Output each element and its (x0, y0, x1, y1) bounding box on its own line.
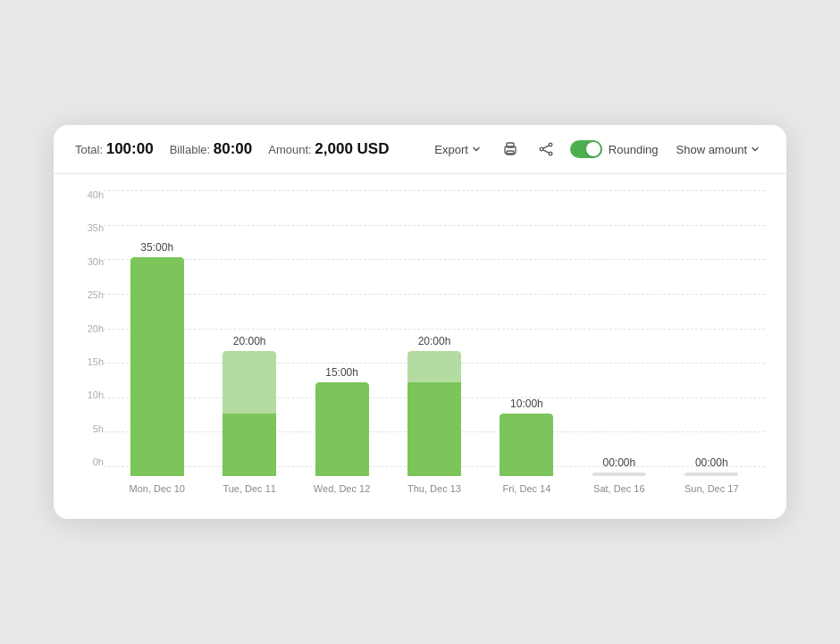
bar-wrapper (407, 351, 461, 476)
y-axis-label: 30h (75, 257, 104, 267)
x-axis-label: Tue, Dec 11 (203, 480, 295, 494)
bar-billable (407, 382, 461, 476)
y-axis-label: 25h (75, 290, 104, 300)
y-axis-label: 40h (75, 190, 104, 200)
bar-group: 00:00h (573, 190, 665, 476)
bar-outer (315, 382, 369, 476)
svg-line-6 (543, 146, 550, 148)
bars-row: 35:00h20:00h15:00h20:00h10:00h00:00h00:0… (104, 190, 765, 476)
export-label: Export (434, 143, 468, 156)
svg-line-7 (543, 150, 550, 153)
bar-group: 20:00h (388, 190, 480, 476)
bar-wrapper (130, 257, 184, 476)
chart-area: 0h5h10h15h20h25h30h35h40h 35:00h20:00h15… (54, 174, 786, 494)
amount-value: 2,000 USD (315, 140, 389, 157)
bar-billable (315, 382, 369, 476)
amount-stat: Amount: 2,000 USD (268, 140, 389, 158)
print-icon (502, 141, 518, 157)
main-card: Total: 100:00 Billable: 80:00 Amount: 2,… (54, 125, 786, 519)
bar-empty (592, 473, 646, 476)
chevron-down-icon-2 (751, 145, 760, 154)
bar-top-label: 10:00h (510, 397, 543, 410)
y-axis-label: 10h (75, 390, 104, 400)
x-axis-label: Thu, Dec 13 (388, 480, 480, 494)
y-axis: 0h5h10h15h20h25h30h35h40h (75, 190, 104, 494)
bar-non-billable (407, 351, 461, 382)
bar-top-label: 00:00h (695, 456, 728, 469)
svg-point-5 (540, 147, 543, 151)
bar-top-label: 20:00h (233, 335, 266, 347)
toolbar-actions: Export Rounding Show amount (429, 138, 765, 161)
svg-rect-2 (507, 151, 514, 155)
bar-top-label: 15:00h (325, 366, 358, 379)
bar-wrapper (592, 473, 646, 476)
bar-non-billable (223, 351, 276, 414)
bar-top-label: 20:00h (418, 335, 451, 347)
y-axis-label: 20h (75, 324, 104, 334)
toolbar: Total: 100:00 Billable: 80:00 Amount: 2,… (54, 125, 786, 174)
chart-inner: 0h5h10h15h20h25h30h35h40h 35:00h20:00h15… (75, 190, 765, 494)
billable-label: Billable: (170, 143, 211, 156)
bar-outer (407, 351, 461, 476)
bar-group: 00:00h (666, 190, 758, 476)
total-stat: Total: 100:00 (75, 140, 154, 158)
bar-outer (500, 414, 553, 476)
bar-billable (130, 257, 184, 476)
bar-empty (685, 473, 738, 476)
export-button[interactable]: Export (429, 139, 486, 160)
x-axis-label: Sat, Dec 16 (573, 480, 665, 494)
total-value: 100:00 (106, 140, 154, 157)
share-button[interactable] (534, 138, 558, 161)
bar-top-label: 00:00h (602, 456, 635, 469)
bar-group: 15:00h (296, 190, 388, 476)
y-axis-label: 15h (75, 357, 104, 367)
billable-value: 80:00 (214, 140, 252, 157)
y-axis-label: 35h (75, 223, 104, 233)
rounding-toggle[interactable] (570, 140, 602, 158)
total-label: Total: (75, 143, 103, 156)
amount-label: Amount: (268, 143, 311, 156)
bar-wrapper (685, 473, 738, 476)
x-axis-label: Sun, Dec 17 (666, 480, 758, 494)
x-axis-label: Fri, Dec 14 (481, 480, 573, 494)
chevron-down-icon (472, 145, 481, 154)
svg-point-3 (549, 143, 552, 146)
print-button[interactable] (499, 138, 522, 161)
x-labels: Mon, Dec 10Tue, Dec 11Wed, Dec 12Thu, De… (104, 480, 765, 494)
bar-wrapper (223, 351, 276, 476)
y-axis-label: 5h (75, 424, 104, 434)
bar-top-label: 35:00h (140, 241, 173, 254)
share-icon (538, 141, 554, 157)
y-axis-label: 0h (75, 457, 104, 467)
bar-group: 20:00h (203, 190, 295, 476)
rounding-toggle-wrap: Rounding (570, 140, 659, 158)
bar-outer (223, 351, 276, 476)
bar-outer (130, 257, 184, 476)
bar-wrapper (315, 382, 369, 476)
rounding-label: Rounding (609, 143, 659, 156)
bar-billable (500, 414, 553, 476)
show-amount-button[interactable]: Show amount (671, 139, 766, 160)
bars-container: 35:00h20:00h15:00h20:00h10:00h00:00h00:0… (104, 190, 765, 494)
svg-point-4 (549, 152, 552, 155)
bar-group: 35:00h (111, 190, 203, 476)
billable-stat: Billable: 80:00 (170, 140, 253, 158)
bar-wrapper (500, 414, 553, 476)
toolbar-stats: Total: 100:00 Billable: 80:00 Amount: 2,… (75, 140, 429, 158)
bar-group: 10:00h (481, 190, 573, 476)
x-axis-label: Mon, Dec 10 (111, 480, 203, 494)
x-axis-label: Wed, Dec 12 (296, 480, 388, 494)
show-amount-label: Show amount (676, 143, 748, 156)
bar-billable (223, 414, 276, 476)
